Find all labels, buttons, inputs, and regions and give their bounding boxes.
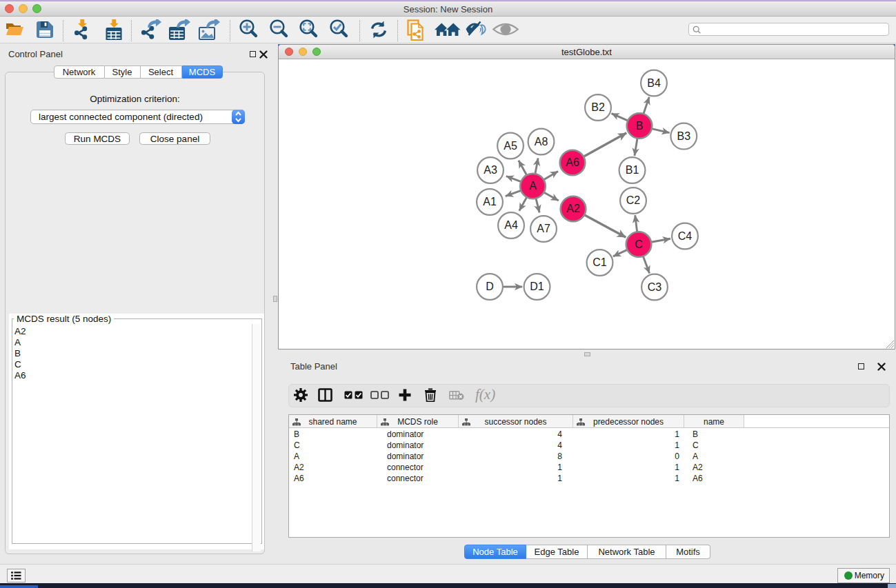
svg-text:A4: A4 [504,219,518,231]
svg-text:D: D [486,281,494,292]
svg-text:C2: C2 [626,194,641,206]
svg-text:A7: A7 [537,223,550,234]
svg-text:B1: B1 [626,164,639,176]
svg-text:B2: B2 [591,101,605,113]
svg-text:A8: A8 [535,136,548,148]
svg-text:B: B [636,120,644,132]
svg-text:A1: A1 [483,196,497,207]
svg-text:A3: A3 [484,164,497,176]
svg-text:C4: C4 [678,230,693,242]
svg-text:B4: B4 [647,77,661,89]
svg-text:A2: A2 [566,203,580,214]
svg-text:C1: C1 [593,256,607,268]
svg-text:C3: C3 [648,281,662,293]
svg-text:A: A [529,180,537,192]
svg-text:B3: B3 [677,130,691,142]
svg-text:C: C [635,239,643,250]
svg-text:A5: A5 [504,140,517,152]
svg-text:A6: A6 [566,156,579,168]
svg-text:D1: D1 [530,281,544,292]
